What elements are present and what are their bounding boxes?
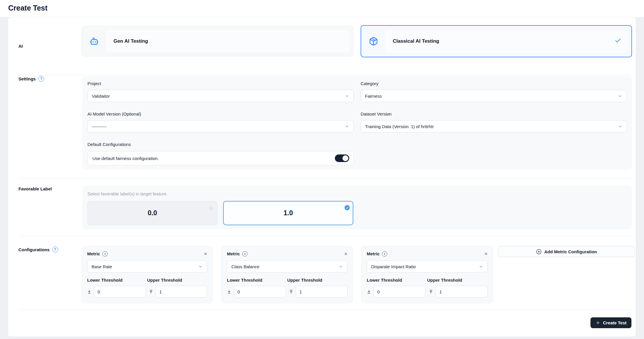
section-divider: [18, 236, 632, 236]
model-version-label: AI Model Version (Optional): [87, 111, 354, 116]
settings-label-text: Settings: [18, 76, 36, 81]
metric-select[interactable]: Class Balance: [227, 260, 347, 273]
toggle-knob: [342, 155, 348, 161]
model-version-select-value: ----------: [92, 124, 345, 129]
chevron-down-icon: [345, 124, 349, 129]
footer-divider: [18, 310, 632, 310]
close-icon[interactable]: ×: [484, 251, 488, 257]
create-test-card: AI Gen AI Testing Classical AI Testing: [8, 17, 636, 337]
settings-panel: Project Validaitor Category Fairness AI …: [82, 76, 632, 170]
metric-select[interactable]: Base Rate: [87, 260, 207, 273]
arrow-down-to-line-icon: [367, 289, 371, 294]
default-configurations-label: Default Configurations: [87, 142, 354, 147]
close-icon[interactable]: ×: [344, 251, 347, 257]
package-icon: [369, 37, 378, 46]
ai-option-classical-ai[interactable]: Classical AI Testing: [361, 25, 632, 57]
metric-select-value: Disparate Impact Ratio: [371, 264, 479, 269]
upper-threshold-label: Upper Threshold: [427, 278, 488, 283]
create-test-button-label: Create Test: [603, 320, 627, 325]
lower-threshold-input[interactable]: [373, 286, 426, 297]
plus-circle-icon: [536, 249, 542, 254]
upper-threshold-label: Upper Threshold: [147, 278, 207, 283]
arrow-up-to-line-icon: [149, 289, 153, 294]
upper-threshold-label: Upper Threshold: [287, 278, 347, 283]
lower-threshold-input[interactable]: [234, 286, 286, 297]
metric-card: Metric i × Class Balance Lower Threshold…: [221, 246, 353, 303]
lower-threshold-label: Lower Threshold: [87, 278, 147, 283]
help-icon[interactable]: ?: [52, 247, 58, 252]
info-icon[interactable]: i: [242, 251, 247, 257]
metric-select-value: Base Rate: [92, 264, 198, 269]
chevron-down-icon: [339, 264, 343, 269]
favorable-hint: Select favorable label(s) in target feat…: [87, 191, 168, 196]
chevron-down-icon: [479, 264, 483, 269]
lower-threshold-input[interactable]: [94, 286, 146, 297]
info-icon[interactable]: i: [382, 251, 387, 257]
favorable-option-value: 0.0: [148, 209, 157, 217]
project-select-value: Validaitor: [92, 94, 345, 99]
close-icon[interactable]: ×: [204, 251, 207, 257]
check-circle-icon: [345, 205, 350, 210]
toggle-description: Use default fairness configuration.: [92, 156, 335, 161]
project-select[interactable]: Validaitor: [87, 90, 354, 102]
info-icon[interactable]: i: [102, 251, 108, 257]
model-version-select[interactable]: ----------: [87, 120, 354, 132]
upper-threshold-input[interactable]: [156, 286, 207, 297]
configurations-section-label: Configurations ?: [18, 247, 58, 252]
arrow-down-to-line-icon: [87, 289, 92, 294]
chevron-down-icon: [618, 124, 622, 129]
ai-option-inner: Classical AI Testing: [385, 30, 627, 53]
bot-icon: [89, 37, 99, 46]
arrow-up-to-line-icon: [289, 289, 293, 294]
lower-threshold-label: Lower Threshold: [227, 278, 287, 283]
upper-threshold-input[interactable]: [435, 286, 488, 297]
default-configuration-row: Use default fairness configuration.: [87, 151, 354, 165]
dataset-version-select[interactable]: Training Data (Version: 1) of hrttrhtr: [361, 120, 627, 132]
metric-label: Metric: [227, 251, 240, 256]
selected-check-icon: [614, 37, 621, 45]
ai-option-inner: Gen AI Testing: [106, 30, 349, 52]
create-test-button[interactable]: Create Test: [590, 317, 631, 328]
metric-select-value: Class Balance: [231, 264, 339, 269]
favorable-panel: Select favorable label(s) in target feat…: [82, 185, 632, 229]
help-icon[interactable]: ?: [38, 76, 44, 82]
category-label: Category: [361, 81, 627, 86]
metric-card: Metric i × Disparate Impact Ratio Lower …: [361, 246, 493, 303]
metric-label: Metric: [367, 251, 380, 256]
upper-threshold-input[interactable]: [296, 286, 347, 297]
page-header: Create Test: [0, 0, 644, 17]
default-configuration-toggle[interactable]: [335, 154, 349, 162]
dataset-version-select-value: Training Data (Version: 1) of hrttrhtr: [365, 124, 618, 129]
chevron-down-icon: [618, 94, 622, 98]
metric-label: Metric: [87, 251, 100, 256]
project-label: Project: [87, 81, 354, 86]
category-select[interactable]: Fairness: [361, 90, 627, 102]
section-divider: [18, 178, 632, 179]
chevron-down-icon: [198, 264, 203, 269]
ai-option-gen-ai[interactable]: Gen AI Testing: [82, 26, 354, 56]
add-metric-configuration-label: Add Metric Configuration: [544, 249, 597, 254]
favorable-option-1[interactable]: 1.0: [223, 201, 353, 225]
chevron-down-icon: [345, 94, 349, 98]
radio-unchecked-icon: [209, 207, 213, 210]
ai-option-title: Classical AI Testing: [393, 38, 439, 44]
arrow-down-to-line-icon: [227, 289, 231, 294]
category-select-value: Fairness: [365, 94, 618, 99]
ai-option-title: Gen AI Testing: [113, 38, 148, 44]
add-metric-configuration-button[interactable]: Add Metric Configuration: [498, 246, 635, 257]
dataset-version-label: Dataset Version: [361, 111, 627, 116]
favorable-option-value: 1.0: [284, 209, 293, 217]
configurations-label-text: Configurations: [18, 247, 50, 252]
lower-threshold-label: Lower Threshold: [367, 278, 427, 283]
ai-section-label: AI: [18, 44, 23, 49]
page-title: Create Test: [8, 4, 47, 12]
favorable-option-0[interactable]: 0.0: [87, 201, 218, 225]
metric-select[interactable]: Disparate Impact Ratio: [367, 260, 488, 273]
arrow-up-to-line-icon: [429, 289, 433, 294]
settings-section-label: Settings ?: [18, 76, 44, 82]
section-divider: [18, 75, 632, 75]
plus-icon: [595, 320, 600, 325]
metric-card: Metric i × Base Rate Lower Threshold Upp…: [82, 246, 213, 303]
favorable-section-label: Favorable Label: [18, 186, 52, 191]
